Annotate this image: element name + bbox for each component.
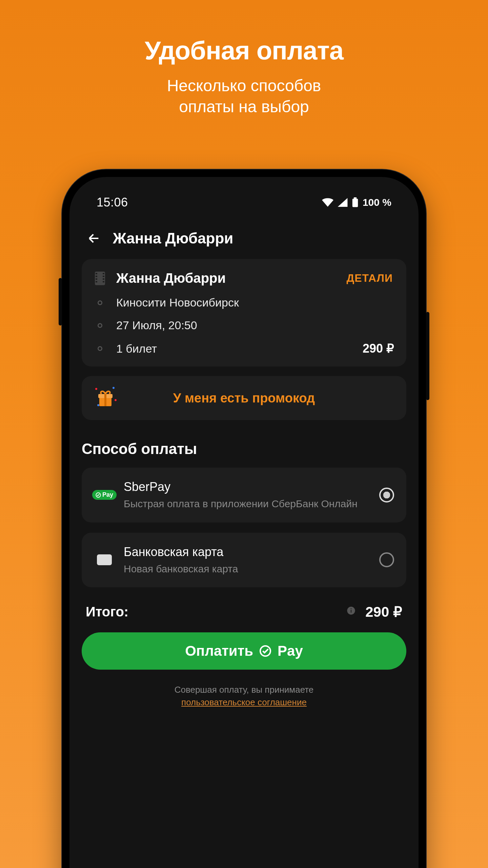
method-sub: Быстрая оплата в приложении СберБанк Онл… [124, 497, 370, 510]
order-card: Жанна Дюбарри ДЕТАЛИ Киносити Новосибирс… [82, 259, 406, 367]
svg-rect-8 [104, 394, 106, 406]
status-time: 15:06 [97, 195, 128, 210]
gift-icon [93, 385, 118, 411]
promo-title: Удобная оплата [0, 36, 488, 65]
phone-mockup: 15:06 100 % Жанна Дюбарри [62, 170, 426, 868]
total-label: Итого: [86, 604, 346, 619]
bullet-icon [98, 346, 102, 351]
total-row: Итого: 290 ₽ [69, 587, 419, 630]
pay-button[interactable]: Оплатить Pay [82, 632, 406, 670]
svg-point-2 [95, 388, 97, 390]
payment-method-title: Способ оплаты [82, 440, 406, 457]
back-button[interactable] [86, 230, 102, 246]
battery-percent: 100 % [363, 197, 391, 208]
order-venue: Киносити Новосибирск [116, 296, 394, 309]
card-icon [97, 554, 112, 565]
wifi-icon [322, 198, 333, 207]
payment-method-sberpay[interactable]: Pay SberPay Быстрая оплата в приложении … [82, 468, 406, 522]
svg-rect-1 [352, 199, 358, 207]
svg-rect-11 [351, 610, 351, 613]
svg-point-5 [97, 404, 99, 406]
total-price: 290 ₽ [365, 604, 402, 620]
promo-subtitle: Несколько способов оплаты на выбор [0, 75, 488, 118]
cell-signal-icon [338, 198, 348, 207]
method-name: SberPay [124, 480, 370, 494]
user-agreement-link[interactable]: пользовательское соглашение [69, 697, 419, 708]
method-sub: Новая банковская карта [124, 563, 370, 575]
bullet-icon [98, 323, 102, 328]
info-icon[interactable] [346, 606, 356, 618]
pay-button-prefix: Оплатить [185, 643, 253, 659]
phone-screen: 15:06 100 % Жанна Дюбарри [69, 177, 419, 868]
order-movie-title: Жанна Дюбарри [116, 271, 335, 286]
svg-rect-12 [351, 608, 351, 609]
radio-selected-icon[interactable] [379, 488, 394, 502]
radio-unselected-icon[interactable] [379, 552, 394, 567]
legal-line1: Совершая оплату, вы принимаете [69, 685, 419, 695]
svg-rect-0 [354, 197, 357, 199]
order-tickets: 1 билет [116, 342, 352, 355]
svg-point-4 [115, 399, 117, 401]
film-icon [94, 272, 106, 285]
payment-method-card[interactable]: Банковская карта Новая банковская карта [82, 533, 406, 588]
promo-code-label: У меня есть промокод [173, 391, 315, 406]
bullet-icon [98, 300, 102, 305]
order-price: 290 ₽ [363, 341, 394, 356]
battery-icon [352, 197, 359, 208]
method-name: Банковская карта [124, 545, 370, 559]
promo-code-button[interactable]: У меня есть промокод [82, 376, 406, 420]
sberpay-logo-icon: Pay [92, 490, 117, 500]
sber-check-icon [259, 644, 272, 658]
pay-button-suffix: Pay [278, 643, 303, 659]
order-datetime: 27 Июля, 20:50 [116, 319, 394, 332]
svg-point-3 [113, 387, 115, 389]
status-bar: 15:06 100 % [69, 184, 419, 221]
screen-title: Жанна Дюбарри [113, 230, 233, 247]
details-button[interactable]: ДЕТАЛИ [345, 270, 394, 287]
